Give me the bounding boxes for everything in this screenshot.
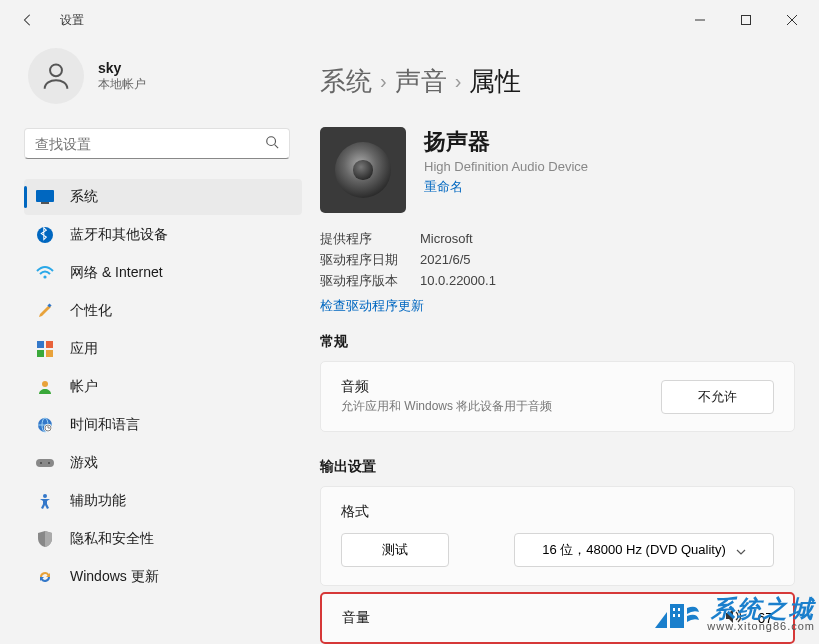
sidebar-item-accessibility[interactable]: 辅助功能 xyxy=(24,483,302,519)
driver-date-value: 2021/6/5 xyxy=(420,250,471,271)
svg-point-5 xyxy=(267,137,276,146)
driver-version-label: 驱动程序版本 xyxy=(320,271,400,292)
chevron-right-icon: › xyxy=(380,70,387,93)
avatar xyxy=(28,48,84,104)
brush-icon xyxy=(36,302,54,320)
back-button[interactable] xyxy=(16,8,40,32)
svg-rect-15 xyxy=(46,350,53,357)
sidebar-item-bluetooth[interactable]: 蓝牙和其他设备 xyxy=(24,217,302,253)
svg-rect-31 xyxy=(673,614,675,617)
search-input[interactable] xyxy=(35,136,265,152)
shield-icon xyxy=(36,530,54,548)
sidebar-item-label: 个性化 xyxy=(70,302,112,320)
sidebar-item-label: 辅助功能 xyxy=(70,492,126,510)
svg-rect-24 xyxy=(36,459,54,467)
output-format-card: 格式 测试 16 位，48000 Hz (DVD Quality) xyxy=(320,486,795,586)
svg-point-25 xyxy=(40,462,42,464)
svg-point-16 xyxy=(42,381,48,387)
sidebar-item-time[interactable]: 时间和语言 xyxy=(24,407,302,443)
sidebar-item-label: Windows 更新 xyxy=(70,568,159,586)
audio-description: 允许应用和 Windows 将此设备用于音频 xyxy=(341,398,552,415)
svg-rect-8 xyxy=(41,202,49,204)
watermark: 系统之城 www.xitong86.com xyxy=(653,594,815,634)
sidebar-item-gaming[interactable]: 游戏 xyxy=(24,445,302,481)
driver-date-label: 驱动程序日期 xyxy=(320,250,400,271)
sidebar-item-network[interactable]: 网络 & Internet xyxy=(24,255,302,291)
close-button[interactable] xyxy=(769,4,815,36)
bluetooth-icon xyxy=(36,226,54,244)
gamepad-icon xyxy=(36,454,54,472)
audio-permission-card: 音频 允许应用和 Windows 将此设备用于音频 不允许 xyxy=(320,361,795,432)
svg-point-4 xyxy=(50,64,62,76)
profile-type: 本地帐户 xyxy=(98,76,146,93)
maximize-button[interactable] xyxy=(723,4,769,36)
test-button[interactable]: 测试 xyxy=(341,533,449,567)
globe-icon xyxy=(36,416,54,434)
sidebar-item-update[interactable]: Windows 更新 xyxy=(24,559,302,595)
watermark-url: www.xitong86.com xyxy=(707,621,815,632)
sidebar: sky 本地帐户 系统 蓝牙和其他设备 网络 & Internet xyxy=(0,40,310,644)
system-icon xyxy=(36,188,54,206)
svg-rect-14 xyxy=(37,350,44,357)
general-section-title: 常规 xyxy=(320,333,795,351)
breadcrumb-current: 属性 xyxy=(469,64,521,99)
breadcrumb-system[interactable]: 系统 xyxy=(320,64,372,99)
accessibility-icon xyxy=(36,492,54,510)
sidebar-item-label: 蓝牙和其他设备 xyxy=(70,226,168,244)
breadcrumb: 系统 › 声音 › 属性 xyxy=(320,64,795,99)
deny-button[interactable]: 不允许 xyxy=(661,380,774,414)
update-icon xyxy=(36,568,54,586)
svg-rect-28 xyxy=(670,604,684,628)
svg-point-27 xyxy=(43,494,47,498)
app-title: 设置 xyxy=(60,12,84,29)
sidebar-item-apps[interactable]: 应用 xyxy=(24,331,302,367)
svg-rect-32 xyxy=(678,614,680,617)
sidebar-item-label: 隐私和安全性 xyxy=(70,530,154,548)
sidebar-item-label: 游戏 xyxy=(70,454,98,472)
svg-rect-1 xyxy=(742,16,751,25)
svg-point-26 xyxy=(48,462,50,464)
speaker-device-icon xyxy=(320,127,406,213)
sidebar-item-label: 系统 xyxy=(70,188,98,206)
format-value: 16 位，48000 Hz (DVD Quality) xyxy=(542,541,726,559)
rename-link[interactable]: 重命名 xyxy=(424,178,588,196)
check-driver-updates-link[interactable]: 检查驱动程序更新 xyxy=(320,297,424,315)
output-section-title: 输出设置 xyxy=(320,458,795,476)
profile-name: sky xyxy=(98,60,146,76)
search-icon xyxy=(265,135,279,152)
svg-rect-30 xyxy=(678,608,680,611)
svg-rect-29 xyxy=(673,608,675,611)
audio-title: 音频 xyxy=(341,378,552,396)
sidebar-item-label: 帐户 xyxy=(70,378,98,396)
watermark-icon xyxy=(653,594,701,634)
person-icon xyxy=(36,378,54,396)
format-select[interactable]: 16 位，48000 Hz (DVD Quality) xyxy=(514,533,774,567)
sidebar-item-accounts[interactable]: 帐户 xyxy=(24,369,302,405)
sidebar-item-personalization[interactable]: 个性化 xyxy=(24,293,302,329)
apps-icon xyxy=(36,340,54,358)
format-label: 格式 xyxy=(341,503,774,521)
search-box[interactable] xyxy=(24,128,290,159)
sidebar-item-label: 应用 xyxy=(70,340,98,358)
svg-rect-13 xyxy=(46,341,53,348)
breadcrumb-sound[interactable]: 声音 xyxy=(395,64,447,99)
minimize-button[interactable] xyxy=(677,4,723,36)
titlebar: 设置 xyxy=(0,0,819,40)
provider-value: Microsoft xyxy=(420,229,473,250)
chevron-right-icon: › xyxy=(455,70,462,93)
device-name: 扬声器 xyxy=(424,127,588,157)
main-content: 系统 › 声音 › 属性 扬声器 High Definition Audio D… xyxy=(310,40,819,644)
svg-rect-12 xyxy=(37,341,44,348)
device-subtitle: High Definition Audio Device xyxy=(424,159,588,174)
driver-version-value: 10.0.22000.1 xyxy=(420,271,496,292)
profile[interactable]: sky 本地帐户 xyxy=(24,48,310,104)
sidebar-item-system[interactable]: 系统 xyxy=(24,179,302,215)
sidebar-item-label: 时间和语言 xyxy=(70,416,140,434)
svg-line-6 xyxy=(275,145,279,149)
provider-label: 提供程序 xyxy=(320,229,400,250)
svg-rect-7 xyxy=(36,190,54,202)
watermark-text: 系统之城 xyxy=(707,597,815,621)
sidebar-item-privacy[interactable]: 隐私和安全性 xyxy=(24,521,302,557)
chevron-down-icon xyxy=(736,543,746,558)
wifi-icon xyxy=(36,264,54,282)
